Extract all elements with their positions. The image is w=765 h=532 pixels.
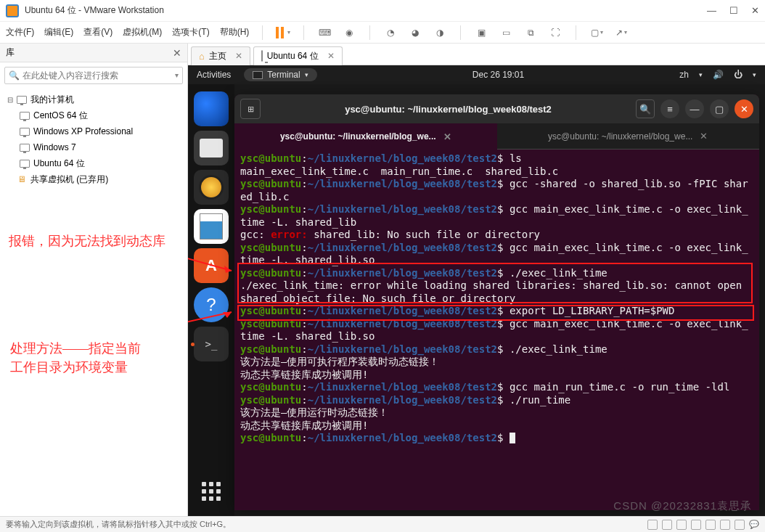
terminal-titlebar: ⊞ ysc@ubuntu: ~/linuxkernel/blog_week08/… (234, 94, 759, 123)
terminal-tabs: ysc@ubuntu: ~/linuxkernel/blog_we... ✕ y… (234, 123, 759, 150)
maximize-button[interactable]: ☐ (729, 5, 738, 16)
terminal-icon (253, 71, 263, 79)
snapshot-manager-icon[interactable]: ◔ (383, 25, 398, 40)
tree-root-my-computer[interactable]: ⊟ 我的计算机 (4, 91, 183, 107)
library-panel: 库 ✕ 🔍 ▾ ⊟ 我的计算机 CentOS 64 位 Windows XP P… (0, 44, 188, 516)
tree-shared-vms[interactable]: 🖥 共享虚拟机 (已弃用) (4, 171, 183, 187)
dock-files-icon[interactable] (194, 131, 229, 165)
computer-icon (16, 94, 28, 105)
terminal-new-tab-button[interactable]: ⊞ (240, 99, 261, 119)
terminal-close-button[interactable]: ✕ (735, 99, 753, 118)
input-source[interactable]: zh (679, 70, 689, 80)
dock-terminal-icon[interactable] (194, 327, 229, 361)
revert-snapshot-icon[interactable]: ◕ (408, 25, 422, 40)
dock-rhythmbox-icon[interactable] (194, 170, 229, 205)
folder-icon: 🖥 (16, 173, 28, 185)
terminal-window: ⊞ ysc@ubuntu: ~/linuxkernel/blog_week08/… (234, 94, 759, 510)
device-usb-icon[interactable] (691, 520, 701, 530)
vm-icon (19, 157, 30, 169)
take-snapshot-icon[interactable]: ◑ (433, 25, 447, 40)
tab-close-icon[interactable]: ✕ (327, 51, 335, 61)
send-ctrl-alt-del-icon[interactable]: ⌨ (317, 25, 332, 40)
close-button[interactable]: ✕ (751, 5, 759, 16)
app-menu[interactable]: Terminal ▾ (244, 68, 316, 81)
tab-close-icon[interactable]: ✕ (700, 131, 708, 142)
clock[interactable]: Dec 26 19:01 (317, 70, 680, 80)
device-printer-icon[interactable] (720, 520, 730, 530)
dock-thunderbird-icon[interactable] (194, 91, 229, 126)
menu-vm[interactable]: 虚拟机(M) (123, 26, 162, 38)
tree-item-winxp[interactable]: Windows XP Professional (4, 123, 183, 139)
window-title: Ubuntu 64 位 - VMware Workstation (25, 4, 707, 17)
vmware-logo-icon (6, 4, 19, 17)
tab-close-icon[interactable]: ✕ (443, 131, 451, 142)
tab-ubuntu[interactable]: Ubuntu 64 位 ✕ (253, 46, 343, 65)
status-message: 要将输入定向到该虚拟机，请将鼠标指针移入其中或按 Ctrl+G。 (6, 519, 231, 530)
power-icon[interactable]: ⏻ (734, 70, 742, 80)
dock-help-icon[interactable]: ? (194, 287, 229, 322)
tab-close-icon[interactable]: ✕ (235, 51, 242, 61)
terminal-minimize-button[interactable]: — (685, 99, 704, 118)
terminal-output[interactable]: ysc@ubuntu:~/linuxkernel/blog_week08/tes… (234, 150, 759, 510)
fullscreen-icon[interactable]: ▢▾ (589, 25, 604, 40)
vmware-titlebar: Ubuntu 64 位 - VMware Workstation — ☐ ✕ (0, 0, 765, 22)
gnome-topbar: Activities Terminal ▾ Dec 26 19:01 zh▾ 🔊… (188, 65, 765, 84)
device-disk-icon[interactable] (647, 520, 658, 530)
search-dropdown-icon[interactable]: ▾ (175, 71, 179, 79)
library-title: 库 (6, 46, 15, 59)
minimize-button[interactable]: — (707, 5, 716, 16)
dock-apps-icon[interactable] (194, 474, 229, 509)
device-display-icon[interactable] (735, 520, 745, 530)
home-icon: ⌂ (199, 51, 205, 62)
vmware-statusbar: 要将输入定向到该虚拟机，请将鼠标指针移入其中或按 Ctrl+G。 💬 (0, 516, 765, 532)
vm-icon (19, 126, 30, 137)
library-search-input[interactable] (4, 67, 183, 84)
tree-item-win7[interactable]: Windows 7 (4, 139, 183, 155)
stretch-icon[interactable]: ↗▾ (614, 25, 629, 40)
dock-software-icon[interactable] (194, 248, 229, 283)
vm-icon (19, 142, 30, 153)
tree-item-centos[interactable]: CentOS 64 位 (4, 107, 183, 123)
view-mode2-icon[interactable]: ▭ (499, 25, 513, 40)
terminal-tab-1[interactable]: ysc@ubuntu: ~/linuxkernel/blog_we... ✕ (234, 123, 497, 150)
ubuntu-dock: ? (188, 84, 234, 516)
terminal-search-button[interactable]: 🔍 (636, 99, 655, 118)
terminal-tab-2[interactable]: ysc@ubuntu: ~/linuxkernel/blog_we... ✕ (497, 123, 760, 150)
menu-file[interactable]: 文件(F) (6, 26, 34, 38)
vm-icon (261, 51, 263, 61)
device-network-icon[interactable] (676, 520, 687, 530)
terminal-menu-button[interactable]: ≡ (660, 99, 679, 118)
vm-display[interactable]: Activities Terminal ▾ Dec 26 19:01 zh▾ 🔊… (188, 65, 765, 516)
menu-tabs[interactable]: 选项卡(T) (172, 26, 209, 38)
dock-libreoffice-icon[interactable] (194, 209, 229, 244)
unity-icon[interactable]: ⧉ (523, 25, 538, 40)
watermark: CSDN @20232831袁思承 (613, 499, 752, 513)
message-icon[interactable]: 💬 (749, 520, 759, 529)
volume-icon[interactable]: 🔊 (713, 70, 724, 80)
view-mode1-icon[interactable]: ▣ (474, 25, 488, 40)
menu-help[interactable]: 帮助(H) (220, 26, 250, 38)
vm-icon (19, 110, 30, 121)
snapshot-icon[interactable]: ◉ (342, 25, 356, 40)
device-sound-icon[interactable] (705, 520, 716, 530)
search-icon: 🔍 (9, 70, 20, 81)
activities-button[interactable]: Activities (197, 70, 231, 80)
menu-view[interactable]: 查看(V) (83, 26, 112, 38)
tree-item-ubuntu[interactable]: Ubuntu 64 位 (4, 155, 183, 171)
menu-edit[interactable]: 编辑(E) (44, 26, 73, 38)
pause-button[interactable]: ▾ (276, 27, 290, 38)
terminal-window-title: ysc@ubuntu: ~/linuxkernel/blog_week08/te… (266, 104, 630, 115)
content-tabs: ⌂ 主页 ✕ Ubuntu 64 位 ✕ (188, 44, 765, 65)
terminal-maximize-button[interactable]: ▢ (710, 99, 729, 118)
vmware-menubar: 文件(F) 编辑(E) 查看(V) 虚拟机(M) 选项卡(T) 帮助(H) ▾ … (0, 22, 765, 44)
fit-icon[interactable]: ⛶ (548, 25, 562, 40)
library-close-button[interactable]: ✕ (173, 47, 181, 59)
tab-home[interactable]: ⌂ 主页 ✕ (191, 46, 250, 65)
device-cd-icon[interactable] (662, 520, 672, 530)
